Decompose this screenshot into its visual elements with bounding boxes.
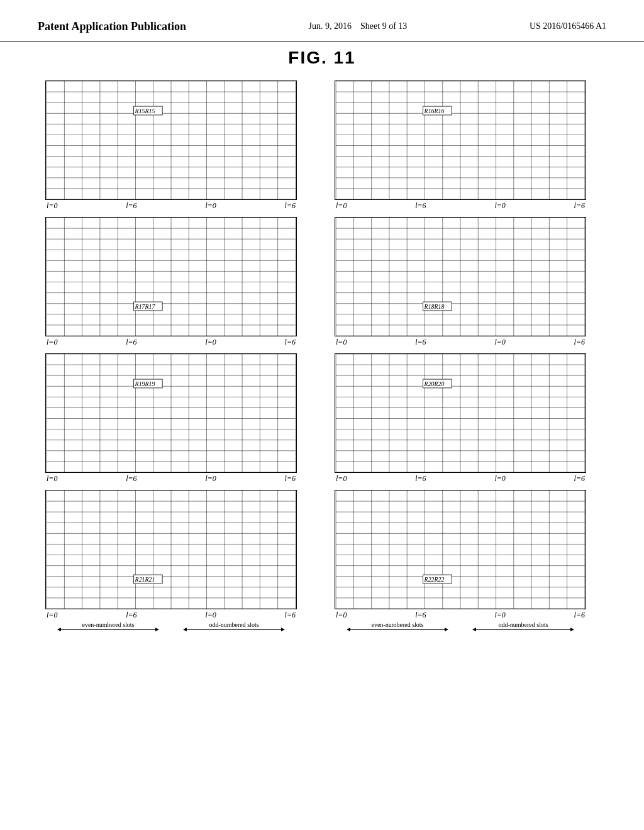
diagram-pair-R16R16: R16R16 l=0 l=6 l=0 l=6 [335,80,599,211]
lbl-l0-left: l=0 [336,201,347,211]
lbl-l6-right: l=6 [285,611,296,620]
diagram-row-2: R19R19 l=0 l=6 l=0 l=6 R20R20 l=0 l=6 l=… [45,353,599,484]
arrow-indicator: ◄► [187,629,281,630]
arrow-indicator: ◄► [476,629,570,630]
lbl-l6-l: l=6 [415,474,426,484]
lbl-l6-l: l=6 [415,611,426,620]
axis-labels-R16R16: l=0 l=6 l=0 l=6 [335,201,586,211]
grid-R16R16: R16R16 [335,80,586,200]
lbl-l6-l: l=6 [126,201,136,211]
svg-text:R18R18: R18R18 [424,303,445,310]
lbl-l6-right: l=6 [574,201,585,211]
lbl-l0-left: l=0 [47,201,57,211]
diagram-row-3: R21R21 l=0 l=6 l=0 l=6 even-numbered slo… [45,490,599,630]
axis-labels-R21R21: l=0 l=6 l=0 l=6 [45,611,297,620]
svg-text:R19R19: R19R19 [135,380,155,387]
diagram-pair-R15R15: R15R15 l=0 l=6 l=0 l=6 [45,80,309,211]
lbl-l0-left: l=0 [336,611,347,620]
header-patent: US 2016/0165466 A1 [530,19,606,31]
lbl-l6-l: l=6 [126,338,136,347]
lbl-l6-right: l=6 [285,338,296,347]
svg-text:R15R15: R15R15 [135,108,155,114]
svg-text:R17R17: R17R17 [135,303,156,310]
slot-labels-R22R22: even-numbered slots◄►odd-numbered slots◄… [335,621,586,630]
svg-text:R20R20: R20R20 [424,380,445,387]
lbl-l0-left: l=0 [47,338,57,347]
lbl-l6-right: l=6 [285,474,296,484]
lbl-l0-r: l=0 [205,611,216,620]
lbl-l6-l: l=6 [415,201,426,211]
axis-labels-R20R20: l=0 l=6 l=0 l=6 [335,474,586,484]
lbl-l0-left: l=0 [47,611,57,620]
lbl-l6-right: l=6 [574,338,585,347]
lbl-l6-l: l=6 [415,338,426,347]
grid-R18R18: R18R18 [335,217,586,336]
lbl-l6-l: l=6 [126,474,136,484]
grid-R20R20: R20R20 [335,353,586,473]
page-header: Patent Application Publication Jun. 9, 2… [0,0,644,42]
grid-R21R21: R21R21 [45,490,297,609]
svg-text:R22R22: R22R22 [424,576,445,583]
svg-text:R16R16: R16R16 [424,108,445,114]
lbl-l6-right: l=6 [574,474,585,484]
axis-labels-R17R17: l=0 l=6 l=0 l=6 [45,338,297,347]
diagram-pair-R18R18: R18R18 l=0 l=6 l=0 l=6 [335,217,599,347]
lbl-l0-left: l=0 [336,474,347,484]
diagram-pair-R20R20: R20R20 l=0 l=6 l=0 l=6 [335,353,599,484]
lbl-l0-r: l=0 [205,338,216,347]
axis-labels-R15R15: l=0 l=6 l=0 l=6 [45,201,297,211]
lbl-l0-r: l=0 [494,474,505,484]
svg-text:R21R21: R21R21 [135,576,155,583]
lbl-l0-left: l=0 [47,474,57,484]
axis-labels-R19R19: l=0 l=6 l=0 l=6 [45,474,297,484]
axis-labels-R22R22: l=0 l=6 l=0 l=6 [335,611,586,620]
lbl-l0-left: l=0 [336,338,347,347]
diagram-pair-R22R22: R22R22 l=0 l=6 l=0 l=6 even-numbered slo… [335,490,599,630]
arrow-indicator: ◄► [350,629,445,630]
lbl-l6-right: l=6 [574,611,585,620]
arrow-indicator: ◄► [61,629,155,630]
lbl-l0-r: l=0 [494,611,505,620]
diagram-pair-R19R19: R19R19 l=0 l=6 l=0 l=6 [45,353,309,484]
grid-R19R19: R19R19 [45,353,297,473]
diagrams-container: R15R15 l=0 l=6 l=0 l=6 R16R16 l=0 l=6 l=… [0,80,644,636]
lbl-l0-r: l=0 [494,338,505,347]
header-title: Patent Application Publication [38,19,186,35]
axis-labels-R18R18: l=0 l=6 l=0 l=6 [335,338,586,347]
grid-R15R15: R15R15 [45,80,297,200]
lbl-l6-right: l=6 [285,201,296,211]
header-center: Jun. 9, 2016 Sheet 9 of 13 [309,19,408,31]
lbl-l6-l: l=6 [126,611,136,620]
diagram-pair-R17R17: R17R17 l=0 l=6 l=0 l=6 [45,217,309,347]
grid-R22R22: R22R22 [335,490,586,609]
diagram-row-1: R17R17 l=0 l=6 l=0 l=6 R18R18 l=0 l=6 l=… [45,217,599,347]
lbl-l0-r: l=0 [205,474,216,484]
header-date: Jun. 9, 2016 [309,21,352,31]
figure-title: FIG. 11 [0,48,644,68]
diagram-row-0: R15R15 l=0 l=6 l=0 l=6 R16R16 l=0 l=6 l=… [45,80,599,211]
lbl-l0-r: l=0 [205,201,216,211]
grid-R17R17: R17R17 [45,217,297,336]
diagram-pair-R21R21: R21R21 l=0 l=6 l=0 l=6 even-numbered slo… [45,490,309,630]
lbl-l0-r: l=0 [494,201,505,211]
header-sheet: Sheet 9 of 13 [360,21,407,31]
slot-labels-R21R21: even-numbered slots◄►odd-numbered slots◄… [45,621,297,630]
